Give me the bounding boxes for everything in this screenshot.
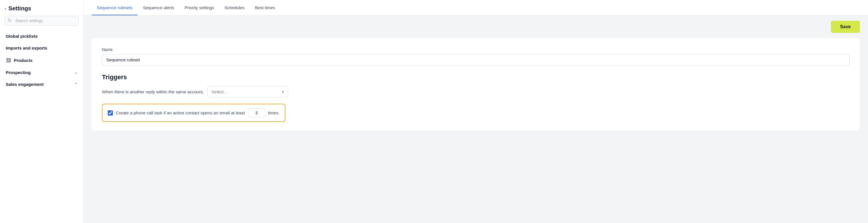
svg-line-1 — [10, 21, 11, 22]
sidebar-item-label: Products — [14, 58, 33, 63]
sidebar-item-prospecting[interactable]: Prospecting ⌄ — [0, 67, 83, 78]
form-card: Name Triggers When there is another repl… — [92, 38, 860, 131]
sidebar-title: Settings — [8, 5, 31, 12]
svg-rect-5 — [9, 61, 11, 62]
tab-bar: Sequence rulesets Sequence alerts Priori… — [84, 0, 868, 15]
triggers-title: Triggers — [102, 73, 849, 81]
checkbox-label-suffix: times. — [268, 110, 280, 115]
svg-rect-4 — [7, 61, 8, 62]
chevron-up-icon: ⌃ — [74, 82, 78, 87]
times-number-input[interactable] — [248, 108, 265, 117]
trigger-text: When there is another reply within the s… — [102, 89, 204, 94]
sidebar-item-sales-engagement[interactable]: Sales engagement ⌃ — [0, 78, 83, 90]
grid-icon — [6, 57, 11, 63]
save-button[interactable]: Save — [831, 21, 860, 33]
sidebar-item-global-picklists[interactable]: Global picklists — [0, 30, 83, 42]
sidebar-item-imports-exports[interactable]: Imports and exports — [0, 42, 83, 54]
sidebar-item-label: Global picklists — [6, 34, 38, 39]
trigger-select-wrap: Select... Option 1 Option 2 — [207, 86, 288, 97]
checkbox-row: Create a phone call task if an active co… — [102, 104, 285, 122]
tab-schedules[interactable]: Schedules — [219, 0, 250, 15]
main-content: Sequence rulesets Sequence alerts Priori… — [84, 0, 868, 223]
phone-task-checkbox[interactable] — [108, 110, 113, 116]
sidebar-item-label: Sales engagement — [6, 82, 44, 87]
sidebar-item-label: Imports and exports — [6, 45, 47, 51]
name-input[interactable] — [102, 54, 849, 65]
search-input[interactable] — [5, 16, 79, 26]
sidebar: ‹ Settings Global picklists Imports and … — [0, 0, 84, 223]
back-icon[interactable]: ‹ — [5, 6, 6, 11]
content-area: Save Name Triggers When there is another… — [84, 15, 868, 223]
checkbox-label-prefix: Create a phone call task if an active co… — [116, 110, 245, 115]
tab-priority-settings[interactable]: Priority settings — [179, 0, 219, 15]
name-label: Name — [102, 47, 849, 52]
tab-sequence-rulesets[interactable]: Sequence rulesets — [92, 0, 138, 15]
sidebar-header: ‹ Settings — [0, 0, 83, 16]
trigger-row: When there is another reply within the s… — [102, 86, 849, 97]
sidebar-item-products[interactable]: Products — [0, 54, 83, 67]
svg-rect-3 — [9, 58, 11, 60]
content-toolbar: Save — [84, 15, 868, 38]
tab-sequence-alerts[interactable]: Sequence alerts — [138, 0, 179, 15]
chevron-down-icon: ⌄ — [74, 70, 78, 75]
sidebar-item-label: Prospecting — [6, 70, 31, 75]
tab-best-times[interactable]: Best times — [250, 0, 280, 15]
sidebar-search-container — [5, 16, 79, 26]
search-icon — [7, 19, 11, 23]
trigger-select[interactable]: Select... Option 1 Option 2 — [207, 86, 288, 97]
svg-rect-2 — [7, 58, 8, 60]
